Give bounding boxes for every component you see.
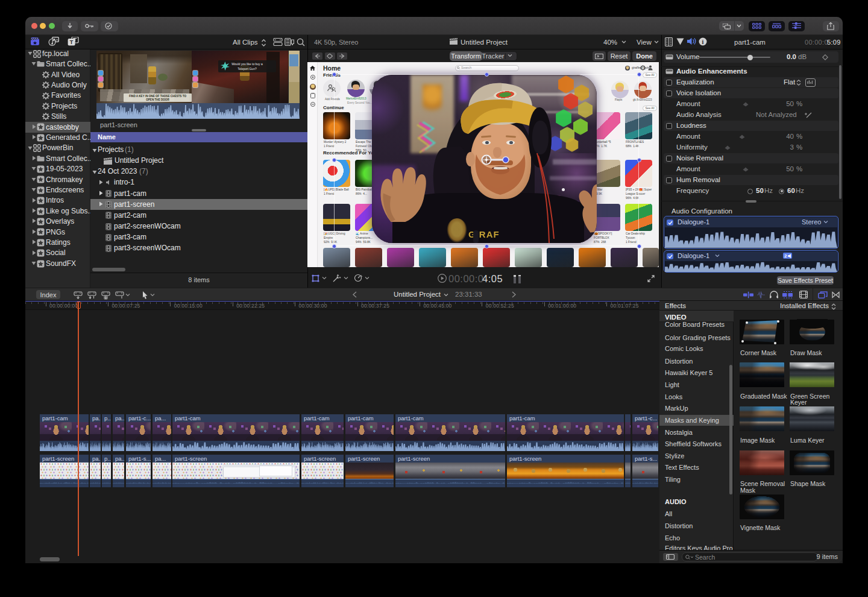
- svg-text:T: T: [70, 39, 74, 45]
- svg-text:i: i: [702, 39, 704, 45]
